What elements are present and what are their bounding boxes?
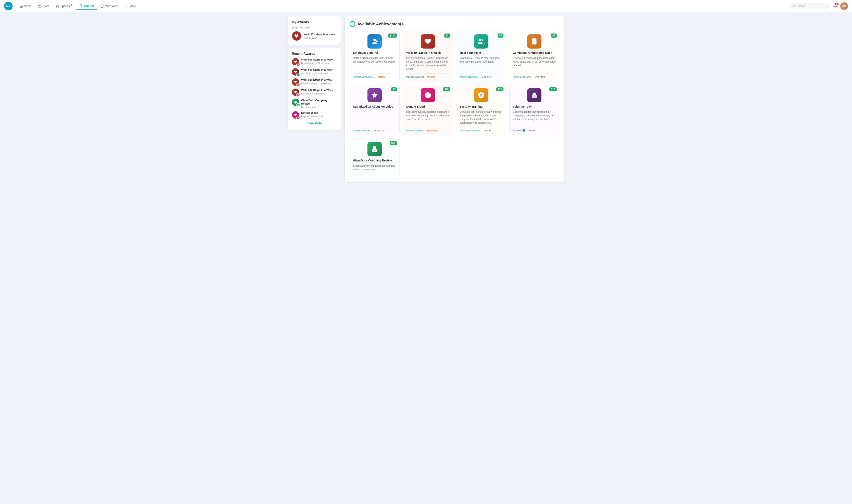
search-icon — [792, 5, 795, 7]
logo[interactable]: MV — [4, 2, 13, 10]
svg-rect-4 — [58, 6, 59, 7]
avatar[interactable]: JD — [840, 2, 848, 10]
achievement-desc: Schedule a 15 minute meet and greet with… — [459, 56, 503, 71]
nav-awards[interactable]: Awards — [76, 3, 97, 10]
award-icon-security-training — [474, 88, 488, 102]
achievement-footer: Pawnee New Em... • One-Time — [459, 73, 503, 78]
award-icon-donate-blood — [421, 88, 435, 102]
achievement-frequency: Weekly — [378, 75, 385, 78]
award-icon: B — [292, 99, 299, 106]
svg-point-15 — [479, 39, 482, 41]
price-badge: $10 — [550, 87, 557, 91]
achievement-card-volunteer-day[interactable]: $10 Volunteer Day Get rewarded for parti… — [509, 85, 559, 135]
svg-point-23 — [374, 150, 375, 151]
sidebar: My Awards MOST RECENT Walk 50k steps in … — [288, 16, 341, 182]
notification-bell[interactable]: 6 — [833, 3, 837, 9]
nav-milestones[interactable]: Milestones — [98, 3, 121, 10]
list-item: E Walk 50k Steps In a Week Eugene Dredge… — [292, 78, 336, 86]
achievement-frequency: One-Time — [535, 75, 545, 78]
achievement-card-onboarding[interactable]: $5 Completed Onboarding Docs Review our … — [509, 31, 559, 82]
achievement-desc: Complete your annual security training a… — [459, 110, 503, 125]
user-thumb: D — [296, 62, 300, 66]
svg-point-10 — [125, 6, 126, 6]
achievement-company: Pawnee Wellness — [406, 129, 424, 132]
achievement-footer: Pawnee Wellness • Quarterly — [406, 127, 449, 132]
search-input[interactable] — [797, 4, 827, 7]
recent-awards-title: Recent Awards — [292, 52, 336, 56]
list-item: A Walk 50k Steps In a Week Ann Perkins •… — [292, 68, 336, 75]
achievement-company: Pawnee Wellness — [406, 75, 424, 78]
nav-right: 6 JD — [789, 2, 848, 10]
nav-home[interactable]: Home — [17, 3, 34, 10]
price-badge: $10 — [389, 141, 397, 145]
info-icon: i — [523, 129, 525, 132]
list-item: B Walk 50k Steps In a Week Ben Wyatt • S… — [292, 89, 336, 96]
award-icon: A — [292, 68, 299, 75]
achievement-company: 2 spaces — [513, 129, 522, 131]
recent-item-text: Donate Blood Eugene Dredge • July 1 — [301, 111, 325, 118]
achievement-frequency: Yearly — [529, 129, 535, 131]
achievement-card-glassdoor[interactable]: $10 GlassDoor Company Review Submit a re… — [350, 139, 400, 177]
check-circle-icon — [350, 21, 355, 27]
achievement-company: Pawnee New Em... — [353, 129, 372, 132]
achievement-title: Donate Blood — [406, 105, 449, 108]
achievement-frequency: One-Time — [375, 129, 385, 132]
spaces-info: 2 spaces i — [513, 129, 525, 132]
award-icon-employee-referral — [367, 34, 382, 49]
price-badge: $5 — [551, 34, 557, 38]
award-icon-onboarding — [527, 34, 541, 49]
achievement-title: Meet Your Team — [459, 51, 503, 55]
achievement-desc: Have a pedometer handy? Track those step… — [406, 56, 449, 71]
achievement-title: Walk 50k Steps In a Week — [406, 51, 449, 55]
achievement-company: Pawnee New Em... — [513, 75, 532, 78]
svg-rect-1 — [56, 5, 57, 6]
achievement-footer: Pawnee New Emplo... • Yearly — [459, 127, 503, 132]
achievement-desc: Get rewarded for participating in a comp… — [513, 110, 556, 124]
achievement-card-meet-team[interactable]: $5 Meet Your Team Schedule a 15 minute m… — [456, 31, 506, 82]
recent-list: D Walk 50k Steps In a Week Donna Meagle … — [292, 58, 336, 119]
main-layout: My Awards MOST RECENT Walk 50k steps in … — [284, 12, 568, 186]
achievement-footer: Pawnee New Em... • One-Time — [353, 127, 396, 132]
most-recent-badge — [292, 31, 301, 41]
svg-marker-19 — [371, 92, 378, 98]
achievement-company: Pawnee City Emplo... — [353, 75, 375, 78]
nav-spaces[interactable]: Spaces — [53, 3, 75, 10]
achievement-card-employee-referral[interactable]: $100 Employee Referral Refer a friend an… — [350, 31, 400, 82]
most-recent-label: MOST RECENT — [292, 26, 336, 29]
award-icon: D — [292, 58, 299, 66]
svg-rect-0 — [38, 5, 41, 7]
achievement-card-walk50k[interactable]: $3 Walk 50k Steps In a Week Have a pedom… — [403, 31, 453, 82]
list-item: B GlassDoor Company Review Ben Wyatt • J… — [292, 99, 336, 108]
most-recent-name: Walk 50k steps in a week — [303, 33, 335, 36]
award-icon-glassdoor — [367, 142, 382, 156]
my-awards-card: My Awards MOST RECENT Walk 50k steps in … — [288, 16, 341, 45]
svg-point-11 — [126, 6, 127, 6]
nav-more[interactable]: More — [122, 3, 142, 10]
achievement-title: Employee Referral — [353, 51, 396, 55]
achievement-desc: Help save lives by donating blood and if… — [406, 110, 449, 125]
award-icon: E — [292, 78, 299, 86]
search-bar[interactable] — [789, 3, 830, 9]
nav-links: Home Store Spaces Awards Milestones More — [17, 3, 789, 10]
user-thumb: A — [296, 73, 300, 76]
award-icon-meet-team — [474, 34, 488, 49]
recent-item-text: Walk 50k Steps In a Week Ann Perkins • 3… — [301, 68, 333, 74]
award-icon-volunteer-day — [527, 88, 541, 102]
achievements-title: Available Achievements — [357, 22, 404, 26]
achievement-title: Volunteer Day — [513, 105, 556, 108]
achievement-card-about-me[interactable]: $5 Submitted an About Me Video Pawnee Ne… — [350, 85, 400, 135]
achievement-title: Submitted an About Me Video — [353, 105, 396, 108]
achievement-title: GlassDoor Company Review — [353, 159, 396, 162]
award-icon-walk50k — [421, 34, 435, 49]
achievement-footer: Pawnee New Em... • One-Time — [513, 73, 556, 78]
achievements-header: Available Achievements — [350, 21, 559, 27]
most-recent-item: Walk 50k steps in a week May 1, 2024 — [292, 31, 336, 41]
svg-rect-3 — [56, 6, 57, 7]
show-more-button[interactable]: Show More — [292, 120, 336, 126]
achievement-card-security-training[interactable]: $10 Security Training Complete your annu… — [456, 85, 506, 135]
svg-point-14 — [373, 39, 376, 41]
achievement-card-donate-blood[interactable]: $10 Donate Blood Help save lives by dona… — [403, 85, 453, 135]
my-awards-title: My Awards — [292, 20, 336, 24]
achievement-desc: Refer a friend and after their 1 month a… — [353, 56, 396, 71]
nav-store[interactable]: Store — [35, 3, 52, 10]
